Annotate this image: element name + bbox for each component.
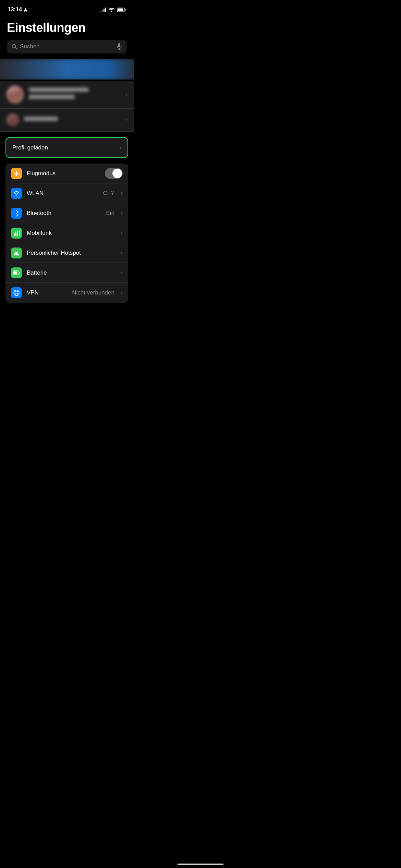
settings-row-hotspot[interactable]: Persönlicher Hotspot › (5, 243, 128, 263)
battery-icon (117, 8, 126, 12)
page-title: Einstellungen (0, 17, 134, 40)
settings-row-wlan[interactable]: WLAN C+Y › (5, 183, 128, 203)
svg-rect-11 (19, 230, 20, 236)
mobilfunk-icon (11, 228, 22, 239)
status-bar: 13:14 (0, 0, 134, 17)
bluetooth-value: Ein (106, 210, 114, 217)
blurred-text-2 (24, 117, 121, 124)
batterie-chevron: › (121, 269, 123, 276)
svg-rect-9 (15, 232, 16, 236)
blurred-banner (0, 59, 134, 80)
settings-row-bluetooth[interactable]: Bluetooth Ein › (5, 203, 128, 223)
signal-bars-icon (100, 8, 106, 12)
blurred-text-1 (29, 87, 121, 102)
settings-row-flugmodus[interactable]: Flugmodus (5, 164, 128, 183)
microphone-icon[interactable] (117, 43, 122, 50)
svg-rect-1 (125, 9, 126, 11)
bluetooth-chevron: › (121, 209, 123, 217)
profil-geladen-chevron: › (119, 144, 121, 151)
search-bar[interactable]: Suchen (7, 40, 127, 53)
vpn-label: VPN (27, 289, 67, 296)
wlan-icon (11, 188, 22, 199)
bluetooth-label: Bluetooth (27, 210, 101, 217)
svg-rect-18 (19, 272, 20, 274)
profil-geladen-label: Profil geladen (12, 144, 48, 151)
blurred-profile-section: › › (0, 81, 134, 132)
hotspot-label: Persönlicher Hotspot (27, 250, 116, 256)
settings-row-vpn[interactable]: VPN Nicht verbunden › (5, 283, 128, 303)
profil-geladen-card[interactable]: Profil geladen › (5, 137, 128, 158)
settings-row-mobilfunk[interactable]: Mobilfunk › (5, 223, 128, 243)
wifi-icon (109, 8, 114, 12)
blurred-avatar-2 (6, 113, 19, 126)
hotspot-chevron: › (121, 249, 123, 256)
blurred-profile-row-2: › (0, 109, 134, 132)
wlan-value: C+Y (103, 190, 114, 197)
settings-group-connectivity: Flugmodus WLAN C+Y › Bluetooth Ein › (5, 164, 128, 303)
status-icons (100, 8, 126, 12)
vpn-chevron: › (121, 289, 123, 297)
svg-rect-8 (14, 233, 15, 236)
batterie-label: Batterie (27, 269, 116, 276)
flugmodus-icon (11, 168, 22, 179)
svg-rect-2 (118, 8, 123, 11)
svg-rect-10 (17, 231, 18, 236)
flugmodus-toggle[interactable] (105, 168, 123, 179)
blurred-chevron-2: › (126, 117, 127, 123)
svg-point-20 (14, 290, 19, 296)
location-icon (24, 8, 27, 12)
wlan-label: WLAN (27, 190, 98, 197)
mobilfunk-chevron: › (121, 229, 123, 237)
settings-row-batterie[interactable]: Batterie › (5, 263, 128, 283)
svg-point-21 (15, 290, 18, 296)
search-placeholder: Suchen (20, 43, 114, 50)
svg-rect-19 (13, 271, 17, 274)
bluetooth-icon (11, 208, 22, 219)
hotspot-icon (11, 248, 22, 258)
vpn-icon (11, 287, 22, 298)
wlan-chevron: › (121, 190, 123, 197)
search-icon (12, 44, 17, 49)
mobilfunk-label: Mobilfunk (27, 230, 116, 237)
svg-rect-5 (118, 43, 120, 47)
vpn-value: Nicht verbunden (72, 289, 114, 296)
flugmodus-label: Flugmodus (27, 170, 100, 177)
blurred-profile-row-1: › (0, 81, 134, 109)
blurred-chevron-1: › (126, 92, 127, 98)
batterie-icon (11, 267, 22, 278)
status-time: 13:14 (8, 6, 27, 13)
svg-line-4 (15, 48, 17, 49)
blurred-avatar-1 (6, 86, 24, 104)
